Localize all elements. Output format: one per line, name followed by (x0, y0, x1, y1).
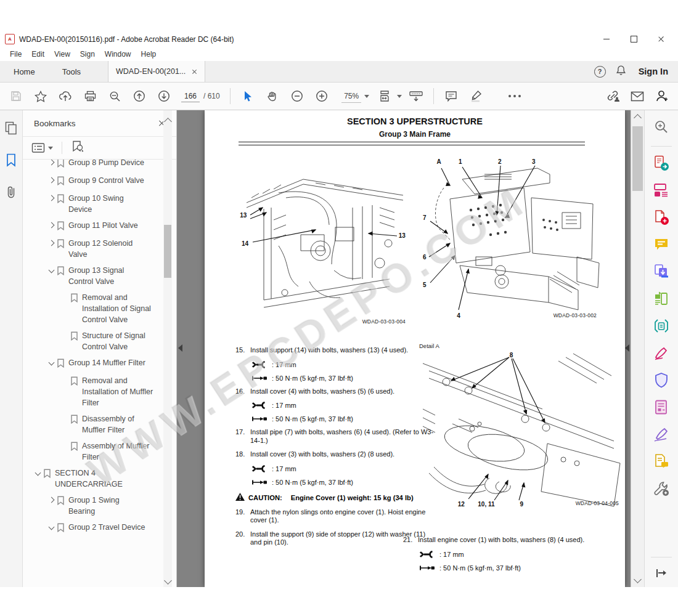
bookmark-item[interactable]: Group 14 Muffler Filter (23, 355, 176, 373)
scroll-up-icon[interactable] (634, 114, 642, 122)
bell-icon[interactable] (616, 65, 626, 78)
zoom-in-icon[interactable] (311, 86, 332, 107)
menu-window[interactable]: Window (100, 49, 136, 60)
sign-in-button[interactable]: Sign In (639, 67, 672, 76)
fill-and-sign-icon[interactable] (652, 344, 671, 362)
document-scrollbar[interactable] (631, 110, 644, 587)
close-button[interactable] (647, 31, 674, 47)
export-pdf-icon[interactable] (652, 154, 671, 172)
search-icon[interactable] (104, 86, 125, 107)
bookmark-item[interactable]: Structure of Signal Control Valve (23, 328, 176, 355)
send-for-comments-icon[interactable] (652, 452, 671, 471)
bookmark-item[interactable]: Group 1 Swing Bearing (23, 492, 176, 519)
menu-sign[interactable]: Sign (75, 49, 100, 60)
page-number-input[interactable] (181, 91, 200, 102)
more-options-icon[interactable] (504, 86, 525, 107)
page-thumbnails-icon[interactable] (5, 121, 17, 137)
tab-document[interactable]: WDAD-EN-00(201... (108, 61, 205, 82)
zoom-out-icon[interactable] (287, 86, 308, 107)
sign-in-profile-icon[interactable] (651, 86, 672, 107)
tab-tools[interactable]: Tools (49, 61, 94, 82)
chevron-down-icon[interactable] (33, 468, 43, 475)
zoom-level-dropdown[interactable]: 75% (336, 86, 375, 107)
scan-ocr-icon[interactable] (652, 290, 671, 308)
create-pdf-icon[interactable] (652, 208, 671, 227)
fit-width-icon[interactable] (379, 86, 402, 107)
bookmark-item[interactable]: Assembly of Muffler Filter (23, 438, 176, 465)
menu-help[interactable]: Help (136, 49, 161, 60)
save-icon[interactable] (6, 86, 27, 107)
scrollbar-thumb[interactable] (164, 225, 171, 278)
chevron-right-icon[interactable] (46, 495, 57, 502)
bookmark-item[interactable]: Removal and Installation of Muffler Filt… (23, 373, 176, 411)
bookmark-icon (57, 265, 68, 278)
share-upload-icon[interactable] (55, 86, 76, 107)
scroll-down-icon[interactable] (634, 575, 642, 583)
bookmarks-panel-icon[interactable] (6, 153, 17, 169)
protect-icon[interactable] (652, 371, 671, 389)
bookmark-item[interactable]: Disassembly of Muffler Filter (23, 411, 176, 438)
print-icon[interactable] (80, 86, 100, 107)
combine-files-icon[interactable] (652, 262, 671, 281)
menu-edit[interactable]: Edit (27, 49, 49, 60)
organize-pages-icon[interactable] (652, 181, 671, 200)
chevron-right-icon[interactable] (46, 175, 57, 182)
comment-icon[interactable] (441, 86, 462, 107)
bookmark-item[interactable]: Group 10 Swing Device (23, 190, 176, 217)
expand-panel-icon[interactable] (652, 564, 671, 582)
star-icon[interactable] (30, 86, 51, 107)
figure-label: 9 (520, 500, 524, 507)
find-bookmark-icon[interactable] (71, 140, 84, 155)
collapse-left-panel-icon[interactable] (178, 344, 182, 352)
chevron-down-icon[interactable] (46, 357, 57, 365)
pointer-tool-icon[interactable] (237, 86, 258, 107)
menu-file[interactable]: File (5, 49, 27, 60)
previous-page-icon[interactable] (129, 86, 150, 107)
comment-tool-icon[interactable] (652, 235, 671, 254)
scroll-down-icon[interactable] (164, 577, 172, 585)
hand-tool-icon[interactable] (262, 86, 283, 107)
collapse-right-panel-icon[interactable] (625, 344, 629, 352)
bookmark-item[interactable]: Removal and Installation of Signal Contr… (23, 290, 176, 328)
bookmark-icon (57, 357, 68, 370)
compress-pdf-icon[interactable] (652, 317, 671, 335)
search-tools-icon[interactable] (652, 118, 671, 136)
bookmark-item[interactable]: Group 12 Solenoid Valve (23, 235, 176, 262)
chevron-right-icon[interactable] (46, 160, 57, 164)
bookmark-options-icon[interactable] (31, 142, 53, 153)
email-icon[interactable] (627, 86, 648, 107)
chevron-right-icon[interactable] (46, 193, 57, 200)
attachments-icon[interactable] (6, 185, 17, 201)
share-link-icon[interactable] (602, 86, 623, 107)
chevron-right-icon[interactable] (46, 238, 57, 245)
next-page-icon[interactable] (153, 86, 174, 107)
bookmark-item[interactable]: Group 2 Travel Device (23, 519, 176, 537)
bookmark-icon (70, 292, 82, 305)
bookmark-item[interactable]: Group 11 Pilot Valve (23, 217, 176, 235)
minimize-button[interactable] (593, 31, 620, 47)
figure-label: 5 (423, 281, 427, 288)
tab-close-icon[interactable] (192, 69, 197, 75)
help-icon[interactable]: ? (594, 66, 606, 78)
chevron-down-icon[interactable] (46, 265, 57, 272)
scroll-up-icon[interactable] (164, 118, 172, 126)
scrollbar-thumb[interactable] (632, 126, 643, 191)
highlight-icon[interactable] (465, 86, 486, 107)
bookmark-item[interactable]: Group 9 Control Valve (23, 172, 176, 190)
chevron-down-icon (397, 95, 402, 98)
more-tools-icon[interactable] (652, 479, 671, 498)
bookmark-icon (57, 175, 68, 188)
chevron-right-icon[interactable] (46, 220, 57, 227)
tab-home[interactable]: Home (0, 61, 49, 82)
reading-mode-icon[interactable] (406, 86, 427, 107)
document-area: SECTION 3 UPPERSTRUCTURE Group 3 Main Fr… (177, 110, 644, 587)
prepare-form-icon[interactable] (652, 398, 671, 416)
bookmarks-scrollbar[interactable] (163, 110, 172, 587)
chevron-down-icon[interactable] (46, 522, 57, 529)
bookmark-item[interactable]: Group 13 Signal Control Valve (23, 262, 176, 290)
bookmark-item[interactable]: SECTION 4 UNDERCARRIAGE (23, 465, 176, 492)
maximize-button[interactable] (620, 31, 647, 47)
bookmark-item[interactable]: Group 8 Pump Device (23, 160, 176, 172)
request-signatures-icon[interactable] (652, 425, 671, 444)
menu-view[interactable]: View (49, 49, 75, 60)
